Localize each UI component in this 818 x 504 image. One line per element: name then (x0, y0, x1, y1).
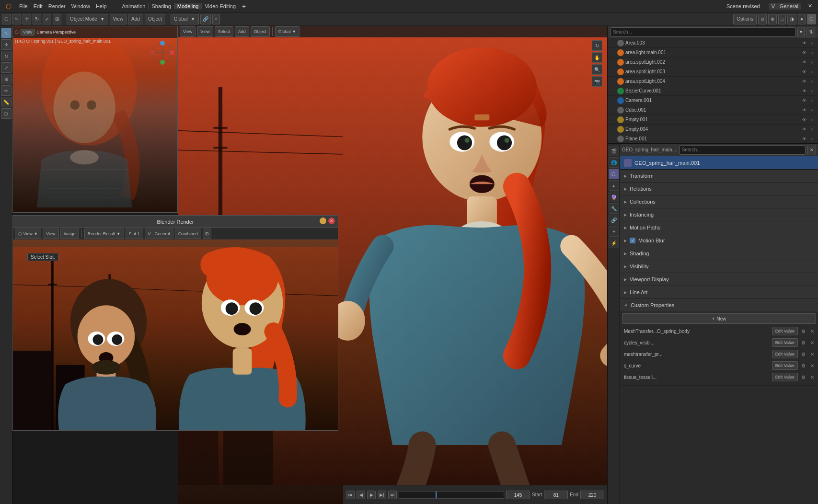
section-viewport-display-header[interactable]: Viewport Display (620, 273, 818, 286)
cp-gear-meshtransfer[interactable]: ⚙ (799, 327, 807, 335)
vp-orbit[interactable]: ↻ (592, 40, 602, 51)
shading-material[interactable]: ● (798, 14, 806, 24)
outliner-search[interactable] (611, 27, 795, 37)
menu-edit[interactable]: Edit (31, 0, 46, 12)
tab-video-editing[interactable]: Video Editing (202, 3, 239, 9)
area003-vis[interactable]: ○ (808, 40, 815, 46)
shading-wire[interactable]: □ (778, 14, 786, 24)
rt-slot[interactable]: Slot 1 (126, 229, 143, 239)
cp-gear-scurve[interactable]: ⚙ (799, 362, 807, 369)
cube-eye[interactable]: 👁 (801, 107, 807, 114)
plane-vis[interactable]: ○ (808, 136, 815, 142)
motion-blur-checkbox[interactable]: ✓ (630, 238, 635, 243)
section-line-art-header[interactable]: Line Art (620, 286, 818, 298)
proportional-btn[interactable]: ○ (212, 14, 220, 24)
snap-btn[interactable]: 🔗 (200, 14, 211, 24)
tool-add-cube[interactable]: ⬡ (1, 108, 12, 119)
close-btn[interactable]: ✕ (328, 218, 335, 224)
camera-eye[interactable]: 👁 (801, 97, 807, 104)
prop-icon-mesh[interactable]: ▲ (609, 180, 619, 191)
outliner-item-arealight[interactable]: area.light.main.001 👁 ○ (608, 48, 818, 57)
menu-render[interactable]: Render (46, 0, 69, 12)
transform-space[interactable]: Global ▼ (171, 14, 199, 24)
bezier-eye[interactable]: 👁 (801, 88, 807, 94)
add-btn[interactable]: Add (128, 14, 143, 24)
cp-edit-cycles[interactable]: Edit Value (772, 338, 798, 347)
tool-move[interactable]: ✛ (23, 14, 31, 24)
gizmo-btn[interactable]: ⊕ (768, 14, 777, 24)
outliner-item-empty001[interactable]: Empty.001 👁 ○ (608, 115, 818, 125)
cp-edit-meshtransfer-pr[interactable]: Edit Value (772, 350, 798, 358)
menu-help[interactable]: Help (93, 0, 110, 12)
spotlight002-eye[interactable]: 👁 (801, 59, 807, 66)
play-back-btn[interactable]: ⏮ (346, 491, 355, 499)
tool-annotate[interactable]: ✏ (1, 85, 12, 96)
tab-add[interactable]: + (239, 2, 249, 10)
bezier-vis[interactable]: ○ (808, 88, 815, 94)
spotlight004-vis[interactable]: ○ (808, 78, 815, 85)
start-frame[interactable]: 81 (544, 491, 568, 499)
tool-scale[interactable]: ⤢ (43, 14, 51, 24)
prop-icon-modifier[interactable]: 🔧 (609, 203, 619, 214)
prop-icon-physics[interactable]: ⚡ (609, 238, 619, 248)
cp-x-cycles[interactable]: ✕ (808, 339, 816, 346)
empty004-vis[interactable]: ○ (808, 126, 815, 133)
spotlight004-eye[interactable]: 👁 (801, 78, 807, 85)
overlay-btn[interactable]: ⊙ (758, 14, 767, 24)
rt-view1[interactable]: ⬡ View ▼ (15, 229, 41, 239)
next-frame-btn[interactable]: ▶| (378, 491, 386, 499)
outliner-item-spotlight004[interactable]: area.spotLight.004 👁 ○ (608, 77, 818, 86)
properties-scroll[interactable]: Transform Relations Co (620, 170, 818, 504)
prev-frame-btn[interactable]: ◀ (357, 491, 365, 499)
prop-icon-particles[interactable]: ✦ (609, 226, 619, 237)
section-relations-header[interactable]: Relations (620, 183, 818, 195)
spotlight002-vis[interactable]: ○ (808, 59, 815, 66)
section-visibility-header[interactable]: Visibility (620, 260, 818, 273)
vp-camera[interactable]: 📷 (592, 76, 602, 87)
menu-window[interactable]: Window (69, 0, 93, 12)
frame-input[interactable]: 145 (506, 491, 530, 499)
cp-x-tissue[interactable]: ✕ (808, 373, 816, 381)
tool-rotate-left[interactable]: ↻ (1, 51, 12, 61)
prop-icon-constraint[interactable]: 🔗 (609, 215, 619, 225)
play-btn[interactable]: ▶ (367, 491, 376, 499)
spotlight003-eye[interactable]: 👁 (801, 69, 807, 75)
outliner-item-cube[interactable]: Cube.001 👁 ○ (608, 105, 818, 115)
scene-close-icon[interactable]: ✕ (805, 3, 815, 9)
arealight-vis[interactable]: ○ (808, 49, 815, 56)
cp-gear-cycles[interactable]: ⚙ (799, 339, 807, 346)
cp-x-meshtransfer[interactable]: ✕ (808, 327, 816, 335)
properties-search[interactable] (680, 145, 806, 155)
tool-transform-left[interactable]: ⊞ (1, 74, 12, 84)
section-collections-header[interactable]: Collections (620, 195, 818, 208)
tab-shading[interactable]: Shading (149, 3, 174, 9)
cp-edit-meshtransfer[interactable]: Edit Value (772, 327, 798, 335)
tool-measure[interactable]: 📏 (1, 97, 12, 107)
custom-prop-new-btn[interactable]: + New (622, 313, 816, 324)
tab-modeling[interactable]: Modeling (174, 3, 202, 9)
mv-add[interactable]: Add (235, 26, 249, 37)
minimize-btn[interactable]: − (320, 218, 326, 224)
plane-eye[interactable]: 👁 (801, 136, 807, 142)
mv-select[interactable]: Select (215, 26, 233, 37)
tool-transform[interactable]: ⊞ (53, 14, 61, 24)
outliner-filter-btn[interactable]: ▾ (797, 27, 805, 37)
section-transform-header[interactable]: Transform (620, 170, 818, 182)
outliner-item-spotlight003[interactable]: area.spotLight.003 👁 ○ (608, 67, 818, 77)
area003-eye[interactable]: 👁 (801, 40, 807, 46)
cp-x-scurve[interactable]: ✕ (808, 362, 816, 369)
mv-view2[interactable]: View (197, 26, 213, 37)
outliner-item-empty004[interactable]: Empty.004 👁 ○ (608, 125, 818, 134)
spotlight003-vis[interactable]: ○ (808, 69, 815, 75)
prop-icon-scene[interactable]: 🎬 (609, 146, 619, 156)
cp-gear-meshtransfer-pr[interactable]: ⚙ (799, 350, 807, 358)
outliner-sort-btn[interactable]: ⇅ (806, 27, 815, 37)
empty001-vis[interactable]: ○ (808, 116, 815, 123)
tool-cursor-left[interactable]: ↖ (1, 28, 12, 38)
outliner-item-spotlight002[interactable]: area.spotLight.002 👁 ○ (608, 57, 818, 67)
vp-pan[interactable]: ✋ (592, 52, 602, 63)
vt-view-camera[interactable]: View (21, 29, 35, 35)
cp-gear-tissue[interactable]: ⚙ (799, 373, 807, 381)
tool-move-left[interactable]: ✛ (1, 39, 12, 50)
outliner-item-camera[interactable]: Camera.001 👁 ○ (608, 96, 818, 105)
